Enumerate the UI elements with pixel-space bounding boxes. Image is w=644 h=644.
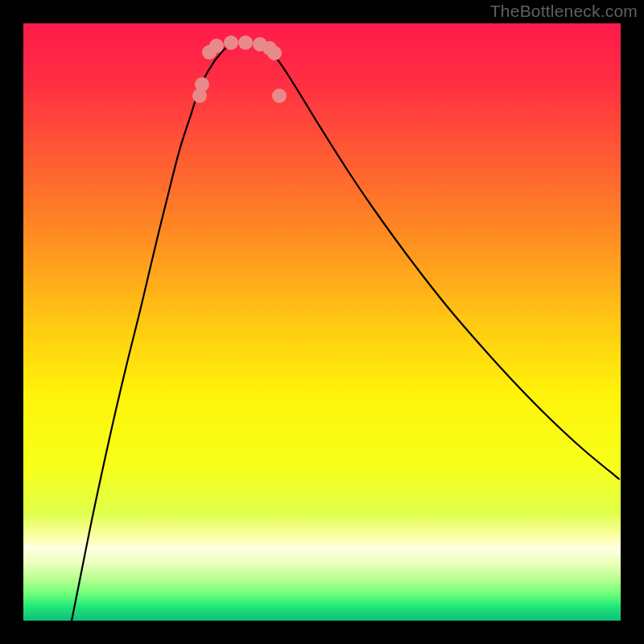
watermark-text: TheBottleneck.com — [490, 2, 638, 21]
data-marker — [272, 89, 287, 103]
plot-area — [23, 23, 621, 621]
data-marker — [195, 77, 209, 92]
data-marker — [209, 39, 224, 53]
data-marker — [224, 35, 238, 50]
gradient-background — [23, 23, 621, 621]
chart-svg — [23, 23, 621, 621]
data-marker — [238, 35, 253, 50]
data-marker — [267, 46, 282, 60]
outer-frame: TheBottleneck.com — [0, 0, 644, 644]
